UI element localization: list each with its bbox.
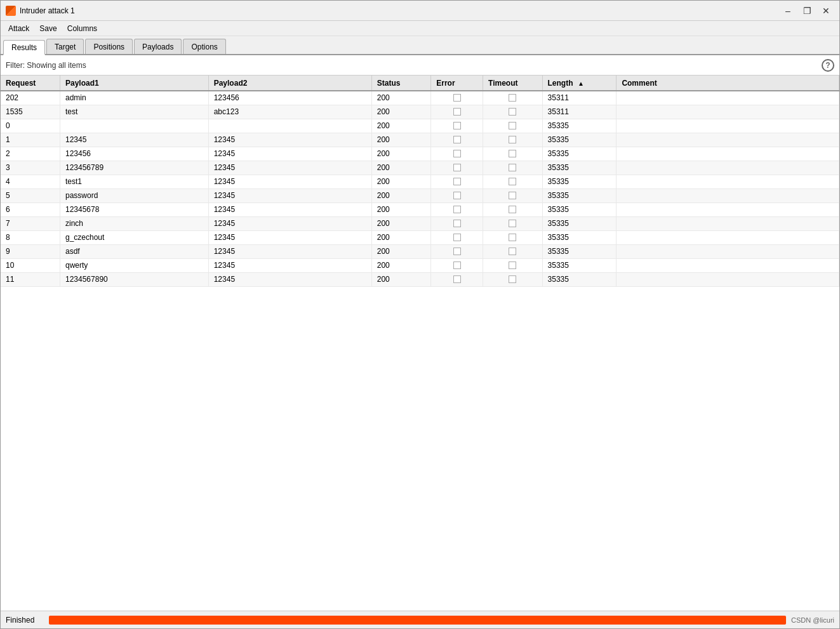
cell-error-checkbox[interactable] — [453, 262, 461, 269]
cell-status: 200 — [371, 105, 430, 119]
cell-timeout-checkbox[interactable] — [509, 108, 516, 116]
cell-payload1: 12345 — [60, 133, 208, 147]
cell-payload1: zinch — [60, 216, 208, 230]
cell-error-checkbox[interactable] — [453, 248, 461, 255]
cell-error — [431, 147, 483, 161]
cell-timeout-checkbox[interactable] — [509, 164, 516, 171]
col-header-payload2[interactable]: Payload2 — [208, 76, 371, 91]
cell-request: 5 — [1, 189, 60, 202]
table-header-row: Request Payload1 Payload2 Status Error — [1, 76, 839, 91]
table-row[interactable]: 7zinch1234520035335 — [1, 216, 839, 230]
cell-timeout-checkbox[interactable] — [509, 220, 516, 227]
cell-length: 35335 — [542, 216, 617, 230]
cell-length: 35335 — [542, 202, 617, 216]
cell-error-checkbox[interactable] — [453, 108, 461, 116]
cell-timeout-checkbox[interactable] — [509, 150, 516, 157]
tab-options[interactable]: Options — [183, 39, 225, 54]
cell-comment — [617, 216, 839, 230]
cell-comment — [617, 161, 839, 175]
cell-error — [431, 244, 483, 258]
cell-timeout — [483, 105, 542, 119]
tab-target[interactable]: Target — [46, 39, 84, 54]
menu-attack[interactable]: Attack — [3, 23, 34, 34]
cell-request: 6 — [1, 202, 60, 216]
cell-error-checkbox[interactable] — [453, 206, 461, 213]
table-row[interactable]: 1112345678901234520035335 — [1, 272, 839, 286]
cell-comment — [617, 272, 839, 286]
table-row[interactable]: 020035335 — [1, 119, 839, 133]
minimize-button[interactable]: – — [780, 4, 796, 17]
cell-error-checkbox[interactable] — [453, 275, 461, 283]
cell-comment — [617, 133, 839, 147]
cell-error-checkbox[interactable] — [453, 178, 461, 185]
cell-timeout-checkbox[interactable] — [509, 192, 516, 199]
cell-comment — [617, 147, 839, 161]
tab-results[interactable]: Results — [3, 40, 45, 55]
cell-error-checkbox[interactable] — [453, 220, 461, 227]
cell-error — [431, 119, 483, 133]
cell-error-checkbox[interactable] — [453, 150, 461, 157]
cell-error-checkbox[interactable] — [453, 136, 461, 143]
cell-timeout — [483, 189, 542, 202]
menu-columns[interactable]: Columns — [62, 23, 102, 34]
cell-timeout-checkbox[interactable] — [509, 206, 516, 213]
cell-error — [431, 230, 483, 244]
cell-status: 200 — [371, 189, 430, 202]
table-row[interactable]: 31234567891234520035335 — [1, 161, 839, 175]
col-header-timeout[interactable]: Timeout — [483, 76, 542, 91]
cell-timeout-checkbox[interactable] — [509, 248, 516, 255]
cell-timeout-checkbox[interactable] — [509, 262, 516, 269]
cell-timeout-checkbox[interactable] — [509, 275, 516, 283]
restore-button[interactable]: ❐ — [799, 4, 815, 17]
results-table-wrapper[interactable]: Request Payload1 Payload2 Status Error — [1, 76, 839, 611]
table-row[interactable]: 4test11234520035335 — [1, 175, 839, 189]
col-header-payload1[interactable]: Payload1 — [60, 76, 208, 91]
table-row[interactable]: 1535testabc12320035311 — [1, 105, 839, 119]
cell-payload1: 123456 — [60, 147, 208, 161]
table-row[interactable]: 1123451234520035335 — [1, 133, 839, 147]
cell-timeout — [483, 230, 542, 244]
cell-error-checkbox[interactable] — [453, 164, 461, 171]
col-header-status[interactable]: Status — [371, 76, 430, 91]
status-bar: Finished CSDN @licuri — [1, 611, 839, 628]
cell-request: 8 — [1, 230, 60, 244]
tab-positions[interactable]: Positions — [85, 39, 133, 54]
cell-timeout — [483, 258, 542, 272]
table-row[interactable]: 5password1234520035335 — [1, 189, 839, 202]
cell-payload2: abc123 — [208, 105, 371, 119]
col-header-request[interactable]: Request — [1, 76, 60, 91]
cell-error-checkbox[interactable] — [453, 122, 461, 129]
menu-save[interactable]: Save — [34, 23, 62, 34]
cell-error — [431, 216, 483, 230]
cell-payload1: g_czechout — [60, 230, 208, 244]
cell-error-checkbox[interactable] — [453, 192, 461, 199]
table-row[interactable]: 9asdf1234520035335 — [1, 244, 839, 258]
cell-status: 200 — [371, 175, 430, 189]
tab-payloads[interactable]: Payloads — [134, 39, 182, 54]
close-button[interactable]: ✕ — [818, 4, 834, 17]
table-row[interactable]: 10qwerty1234520035335 — [1, 258, 839, 272]
cell-error-checkbox[interactable] — [453, 94, 461, 102]
cell-timeout-checkbox[interactable] — [509, 94, 516, 102]
table-row[interactable]: 6123456781234520035335 — [1, 202, 839, 216]
cell-payload2: 12345 — [208, 175, 371, 189]
cell-payload2: 12345 — [208, 147, 371, 161]
results-table: Request Payload1 Payload2 Status Error — [1, 76, 839, 287]
cell-error-checkbox[interactable] — [453, 234, 461, 241]
cell-payload2 — [208, 119, 371, 133]
cell-timeout-checkbox[interactable] — [509, 122, 516, 129]
table-row[interactable]: 8g_czechout1234520035335 — [1, 230, 839, 244]
cell-status: 200 — [371, 119, 430, 133]
cell-timeout-checkbox[interactable] — [509, 136, 516, 143]
help-button[interactable]: ? — [822, 59, 834, 72]
col-header-comment[interactable]: Comment — [617, 76, 839, 91]
cell-length: 35335 — [542, 230, 617, 244]
table-row[interactable]: 21234561234520035335 — [1, 147, 839, 161]
cell-timeout-checkbox[interactable] — [509, 234, 516, 241]
table-row[interactable]: 202admin12345620035311 — [1, 91, 839, 105]
cell-timeout — [483, 133, 542, 147]
cell-timeout-checkbox[interactable] — [509, 178, 516, 185]
col-header-error[interactable]: Error — [431, 76, 483, 91]
col-header-length[interactable]: Length ▲ — [542, 76, 617, 91]
cell-status: 200 — [371, 202, 430, 216]
